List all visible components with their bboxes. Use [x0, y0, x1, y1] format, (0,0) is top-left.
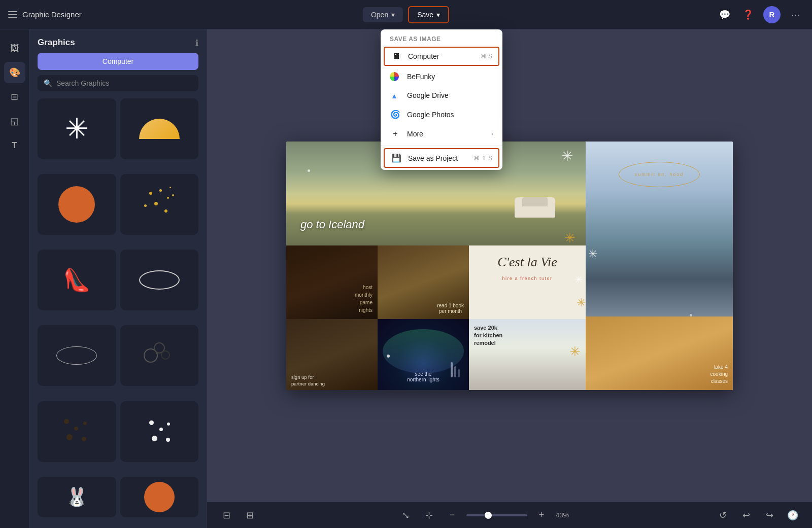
canvas-area: ✳ summit mt. hood ✳ — [207, 29, 812, 528]
fit-screen-button[interactable]: ⤡ — [396, 506, 415, 524]
asterisk-deco-5: ✳ — [574, 273, 583, 286]
topbar-right: 💬 ❓ R ⋯ — [717, 6, 804, 23]
more-options-icon[interactable]: ⋯ — [788, 7, 804, 23]
asterisk-deco-3: ✳ — [564, 230, 576, 246]
halfcircle-shape — [139, 119, 180, 139]
chat-icon[interactable]: 💬 — [717, 7, 733, 23]
open-button[interactable]: Open ▾ — [363, 7, 403, 22]
save-chevron-icon: ▾ — [436, 11, 440, 19]
heels-shape: 👠 — [63, 267, 91, 293]
bottom-center-tools: ⤡ ⊹ − + 43% — [396, 506, 576, 524]
book-image: read 1 bookper month — [378, 245, 469, 319]
graphic-cell-halfcircle[interactable] — [120, 98, 199, 159]
circle-orange-shape — [58, 186, 95, 223]
asterisk-shape: ✳ — [65, 115, 89, 143]
topbar: Graphic Designer Open ▾ Save ▾ 💬 ❓ R ⋯ — [0, 0, 812, 29]
dot-deco-1 — [308, 169, 310, 172]
french-image: C'est la Vie hire a french tutor — [469, 245, 586, 319]
rail-shapes-icon[interactable]: ◱ — [4, 111, 25, 132]
app-title: Graphic Designer — [22, 10, 82, 19]
dots-dark-shape — [59, 416, 94, 447]
graphic-cell-oval-white[interactable] — [120, 250, 199, 310]
canvas-wrapper: ✳ summit mt. hood ✳ — [207, 29, 812, 502]
undo-button[interactable]: ↩ — [737, 506, 755, 524]
sidebar-title: Graphics — [38, 38, 75, 48]
graphic-cell-oval-thin[interactable] — [38, 325, 116, 386]
graphics-grid: ✳ — [29, 98, 207, 528]
help-icon[interactable]: ❓ — [740, 7, 756, 23]
grid-button[interactable]: ⊞ — [241, 506, 259, 524]
refresh-button[interactable]: ↺ — [714, 506, 732, 524]
icon-rail: 🖼 🎨 ⊟ ◱ T — [0, 29, 29, 528]
asterisk-deco-1: ✳ — [561, 148, 573, 164]
summit-oval: summit mt. hood — [619, 162, 700, 187]
zoom-thumb[interactable] — [485, 512, 492, 519]
avatar[interactable]: R — [763, 6, 781, 23]
dot-deco-3 — [690, 314, 692, 316]
bottom-row: hostmonthlygamenights read 1 bookper mon… — [286, 245, 586, 390]
bottom-bar: ⊟ ⊞ ⤡ ⊹ − + 43% ↺ ↩ ↪ 🕐 — [207, 502, 812, 528]
graphic-cell-partial2[interactable] — [120, 477, 199, 517]
bar-deco — [451, 362, 460, 377]
crop-button[interactable]: ⊹ — [420, 506, 438, 524]
search-bar-placeholder: Search Graphics — [56, 79, 109, 87]
asterisk-deco-kitchen: ✳ — [569, 344, 581, 360]
dance-image: sign up forpartner dancing — [286, 319, 378, 390]
graphic-cell-partial1[interactable]: 🐰 — [38, 477, 116, 517]
save-button[interactable]: Save ▾ — [408, 6, 449, 23]
iceland-image: ✳ — [286, 142, 586, 245]
redo-button[interactable]: ↪ — [760, 506, 779, 524]
partial-shape-1: 🐰 — [65, 486, 88, 508]
french-title: C'est la Vie — [497, 255, 557, 270]
oval-thin-shape — [56, 346, 97, 365]
northern-image: see thenorthern lights — [378, 319, 469, 390]
sidebar: Graphics ℹ Computer 🔍 Search Graphics ✳ — [29, 29, 207, 528]
game-image: hostmonthlygamenights — [286, 245, 378, 319]
zoom-in-button[interactable]: + — [532, 506, 551, 524]
rail-graphics-icon[interactable]: 🎨 — [4, 62, 25, 83]
graphic-cell-rings[interactable] — [120, 325, 199, 386]
croissant-text: take 4cookingclasses — [710, 364, 728, 385]
croissant-image: take 4cookingclasses — [586, 316, 733, 390]
layers-button[interactable]: ⊟ — [217, 506, 235, 524]
main-layout: 🖼 🎨 ⊟ ◱ T Graphics ℹ Computer 🔍 Search G… — [0, 29, 812, 528]
sidebar-tabs: Computer — [29, 53, 207, 75]
rail-image-icon[interactable]: 🖼 — [4, 38, 25, 59]
dot-deco-2 — [387, 355, 390, 358]
graphic-cell-dots-dark[interactable] — [38, 401, 116, 462]
summit-text: summit mt. hood — [635, 172, 684, 177]
zoom-out-button[interactable]: − — [443, 506, 461, 524]
rail-layers-icon[interactable]: ⊟ — [4, 86, 25, 108]
dots-white-shape — [142, 416, 177, 447]
topbar-center: Open ▾ Save ▾ — [363, 6, 449, 23]
graphic-cell-dots-white[interactable] — [120, 401, 199, 462]
zoom-slider[interactable] — [466, 514, 527, 516]
asterisk-deco-2: ✳ — [588, 248, 597, 261]
game-text: hostmonthlygamenights — [355, 284, 373, 314]
northern-text: see thenorthern lights — [407, 371, 439, 382]
open-chevron-icon: ▾ — [391, 11, 395, 19]
book-text: read 1 bookper month — [437, 303, 464, 314]
graphic-cell-asterisk[interactable]: ✳ — [38, 98, 116, 159]
info-icon[interactable]: ℹ — [195, 38, 198, 48]
bottom-left-tools: ⊟ ⊞ — [217, 506, 259, 524]
french-sub: hire a french tutor — [502, 276, 552, 281]
rail-text-icon[interactable]: T — [4, 135, 25, 156]
rings-shape — [142, 340, 177, 371]
search-bar[interactable]: 🔍 Search Graphics — [38, 75, 198, 91]
canvas-content[interactable]: ✳ summit mt. hood ✳ — [286, 142, 733, 390]
dance-text: sign up forpartner dancing — [291, 374, 325, 388]
oval-white-shape — [139, 270, 180, 290]
graphic-cell-circle[interactable] — [38, 174, 116, 235]
jeep-shape — [515, 197, 555, 218]
history-button[interactable]: 🕐 — [784, 506, 802, 524]
topbar-left: Graphic Designer — [8, 10, 710, 19]
graphic-cell-heels[interactable]: 👠 — [38, 250, 116, 310]
sidebar-header: Graphics ℹ — [29, 29, 207, 53]
graphic-cell-dots-gold[interactable] — [120, 174, 199, 235]
kitchen-text: save 20kfor kitchenremodel — [474, 324, 502, 347]
search-icon: 🔍 — [44, 79, 52, 87]
tab-computer[interactable]: Computer — [38, 53, 198, 70]
menu-icon[interactable] — [8, 11, 17, 18]
bottom-right-tools: ↺ ↩ ↪ 🕐 — [714, 506, 802, 524]
